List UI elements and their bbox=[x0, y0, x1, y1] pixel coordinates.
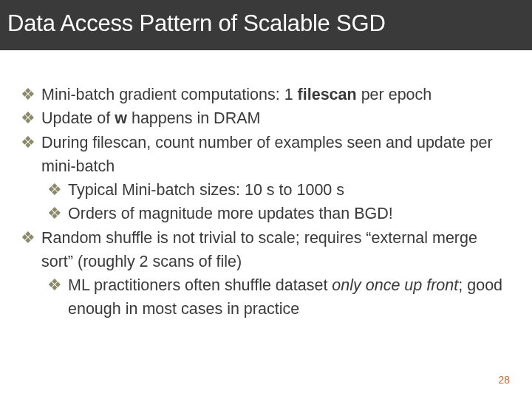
sub-bullet-list: ❖Typical Mini-batch sizes: 10 s to 1000 … bbox=[21, 178, 511, 226]
slide: Data Access Pattern of Scalable SGD ❖ Mi… bbox=[0, 0, 532, 399]
bullet-text: During filescan, count number of example… bbox=[41, 131, 511, 179]
sub-bullet-list: ❖ML practitioners often shuffle dataset … bbox=[21, 273, 511, 321]
page-number: 28 bbox=[498, 374, 510, 386]
list-item: ❖ML practitioners often shuffle dataset … bbox=[47, 273, 511, 321]
list-item: ❖Update of w happens in DRAM bbox=[21, 106, 511, 130]
bullet-text: Mini-batch gradient computations: 1 file… bbox=[41, 83, 511, 106]
title-bar: Data Access Pattern of Scalable SGD bbox=[0, 0, 532, 50]
diamond-bullet-icon: ❖ bbox=[21, 106, 35, 130]
diamond-bullet-icon: ❖ bbox=[21, 131, 35, 179]
bullet-text: ML practitioners often shuffle dataset o… bbox=[68, 273, 511, 321]
slide-title: Data Access Pattern of Scalable SGD bbox=[7, 10, 525, 37]
diamond-bullet-icon: ❖ bbox=[47, 202, 62, 225]
bullet-list: ❖ Mini-batch gradient computations: 1 fi… bbox=[21, 83, 511, 321]
diamond-bullet-icon: ❖ bbox=[47, 178, 62, 202]
bullet-text: Typical Mini-batch sizes: 10 s to 1000 s bbox=[68, 178, 511, 202]
bullet-text: Orders of magnitude more updates than BG… bbox=[68, 202, 511, 225]
list-item: ❖ Mini-batch gradient computations: 1 fi… bbox=[21, 83, 511, 106]
list-item: ❖ Random shuffle is not trivial to scale… bbox=[21, 226, 511, 274]
diamond-bullet-icon: ❖ bbox=[21, 83, 35, 106]
diamond-bullet-icon: ❖ bbox=[47, 273, 62, 321]
bullet-text: Random shuffle is not trivial to scale; … bbox=[41, 226, 511, 274]
slide-content: ❖ Mini-batch gradient computations: 1 fi… bbox=[0, 50, 532, 321]
diamond-bullet-icon: ❖ bbox=[21, 226, 35, 274]
list-item: ❖Typical Mini-batch sizes: 10 s to 1000 … bbox=[47, 178, 511, 202]
list-item: ❖During filescan, count number of exampl… bbox=[21, 131, 511, 179]
list-item: ❖Orders of magnitude more updates than B… bbox=[47, 202, 511, 225]
bullet-text: Update of w happens in DRAM bbox=[41, 106, 511, 130]
